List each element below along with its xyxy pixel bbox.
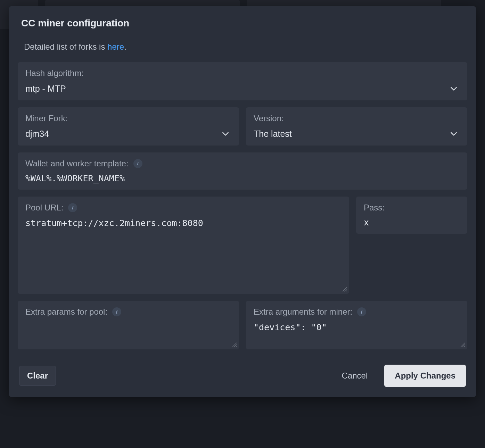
hash-algorithm-field: Hash algorithm: mtp - MTP	[18, 62, 467, 100]
hash-algorithm-value: mtp - MTP	[25, 83, 460, 94]
pass-field: Pass:	[356, 197, 467, 234]
resize-grip-icon[interactable]	[342, 286, 347, 292]
version-value: The latest	[254, 128, 460, 139]
extra-miner-input[interactable]	[254, 322, 460, 346]
hash-algorithm-label: Hash algorithm:	[25, 68, 460, 78]
extra-pool-field: Extra params for pool: i	[18, 301, 239, 349]
resize-grip-icon[interactable]	[460, 342, 465, 347]
pool-url-label: Pool URL: i	[25, 203, 342, 213]
wallet-template-label-text: Wallet and worker template:	[25, 159, 129, 168]
footer-right: Cancel Apply Changes	[339, 365, 466, 387]
wallet-template-field: Wallet and worker template: i	[18, 152, 467, 190]
extra-pool-input[interactable]	[25, 322, 231, 346]
extra-miner-label: Extra arguments for miner: i	[254, 307, 460, 317]
pool-url-input[interactable]	[25, 217, 342, 290]
extra-miner-field: Extra arguments for miner: i	[246, 301, 467, 349]
miner-fork-field: Miner Fork: djm34	[18, 107, 239, 146]
extra-pool-label-text: Extra params for pool:	[25, 307, 107, 317]
svg-line-5	[236, 346, 237, 347]
extra-pool-label: Extra params for pool: i	[25, 307, 231, 317]
pool-url-field: Pool URL: i	[18, 197, 349, 294]
wallet-template-label: Wallet and worker template: i	[25, 159, 460, 168]
version-label: Version:	[254, 114, 460, 123]
info-icon[interactable]: i	[133, 159, 142, 168]
miner-fork-value: djm34	[25, 128, 231, 139]
extra-miner-label-text: Extra arguments for miner:	[254, 307, 352, 317]
forks-link[interactable]: here	[107, 42, 124, 51]
version-select[interactable]: The latest	[254, 128, 460, 139]
pool-url-label-text: Pool URL:	[25, 203, 63, 213]
svg-line-2	[346, 291, 347, 291]
intro-text: Detailed list of forks is here.	[18, 42, 467, 52]
version-field: Version: The latest	[246, 107, 467, 146]
wallet-template-input[interactable]	[25, 173, 460, 183]
clear-button[interactable]: Clear	[19, 366, 56, 386]
info-icon[interactable]: i	[112, 307, 121, 316]
hash-algorithm-select[interactable]: mtp - MTP	[25, 83, 460, 94]
intro-prefix: Detailed list of forks is	[24, 42, 107, 51]
intro-suffix: .	[124, 42, 126, 51]
miner-config-modal: CC miner configuration Detailed list of …	[9, 6, 476, 397]
info-icon[interactable]: i	[68, 203, 77, 212]
miner-fork-label: Miner Fork:	[25, 114, 231, 123]
resize-grip-icon[interactable]	[231, 342, 237, 347]
cancel-button[interactable]: Cancel	[339, 366, 371, 385]
pass-label: Pass:	[364, 203, 460, 213]
svg-line-8	[464, 346, 465, 347]
modal-title: CC miner configuration	[18, 18, 467, 29]
pass-input[interactable]	[364, 217, 460, 227]
modal-footer: Clear Cancel Apply Changes	[18, 365, 467, 387]
info-icon[interactable]: i	[357, 307, 366, 316]
miner-fork-select[interactable]: djm34	[25, 128, 231, 139]
apply-changes-button[interactable]: Apply Changes	[384, 365, 466, 387]
